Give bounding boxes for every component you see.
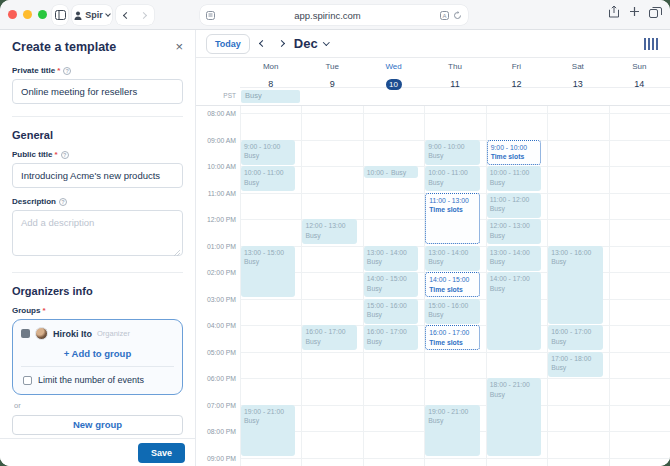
calendar-event-busy[interactable]: 13:00 - 16:00Busy xyxy=(548,246,602,324)
help-icon[interactable]: ? xyxy=(61,151,69,159)
event-label: Busy xyxy=(244,416,292,426)
calendar-event-busy[interactable]: 18:00 - 21:00Busy xyxy=(487,378,541,456)
calendar-event-busy[interactable]: 15:00 - 16:00Busy xyxy=(364,299,418,324)
tab-overview-icon[interactable] xyxy=(649,6,662,18)
general-heading: General xyxy=(12,129,183,141)
new-tab-icon[interactable] xyxy=(629,6,640,17)
event-time: 16:00 - 17:00 xyxy=(367,328,407,335)
event-time: 14:00 - 15:00 xyxy=(429,276,469,283)
divider xyxy=(12,116,183,117)
calendar-event-busy[interactable]: 19:00 - 21:00Busy xyxy=(241,405,295,457)
close-window-icon[interactable] xyxy=(8,10,17,19)
calendar-event-busy[interactable]: 12:00 - 13:00Busy xyxy=(302,219,356,244)
user-icon xyxy=(74,11,82,20)
time-label: 05:00 PM xyxy=(196,348,236,355)
time-label: 06:00 PM xyxy=(196,375,236,382)
event-label: Busy xyxy=(367,337,415,347)
url-text[interactable]: app.spirinc.com xyxy=(221,10,434,21)
next-week-icon[interactable] xyxy=(278,40,285,47)
today-button[interactable]: Today xyxy=(206,34,250,54)
calendar-event-timeslots[interactable]: 14:00 - 15:00Time slots xyxy=(425,272,479,297)
share-icon[interactable] xyxy=(608,5,620,18)
allday-event-busy[interactable]: Busy xyxy=(241,90,300,103)
calendar-event-timeslots[interactable]: 9:00 - 10:00Time slots xyxy=(487,140,541,165)
day-header-tue[interactable]: Tue9 xyxy=(301,58,362,87)
profile-button[interactable]: Spir xyxy=(72,5,112,25)
calendar-event-busy[interactable]: 10:00 - 11:00Busy xyxy=(241,166,295,191)
event-label: Time slots xyxy=(429,338,475,348)
time-label: 04:00 PM xyxy=(196,322,236,329)
day-header-sat[interactable]: Sat13 xyxy=(547,58,608,87)
event-label: Busy xyxy=(490,204,538,214)
calendar-event-busy[interactable]: 19:00 - 21:00Busy xyxy=(425,405,479,457)
reload-icon[interactable] xyxy=(453,11,462,20)
day-header-mon[interactable]: Mon8 xyxy=(240,58,301,87)
event-label: Busy xyxy=(490,231,538,241)
calendar-event-busy[interactable]: 13:00 - 14:00Busy xyxy=(487,246,541,271)
event-label: Busy xyxy=(428,151,476,161)
reader-icon[interactable] xyxy=(200,11,221,20)
calendar-event-busy[interactable]: 9:00 - 10:00Busy xyxy=(241,140,295,165)
forward-icon[interactable] xyxy=(140,11,147,18)
event-time: 9:00 - 10:00 xyxy=(491,144,527,151)
limit-events-checkbox[interactable] xyxy=(23,376,32,385)
calendar-event-busy[interactable]: 12:00 - 13:00Busy xyxy=(487,219,541,244)
time-label: 10:00 AM xyxy=(196,163,236,170)
calendar-event-busy[interactable]: 14:00 - 17:00Busy xyxy=(487,272,541,350)
back-icon[interactable] xyxy=(123,11,130,18)
prev-week-icon[interactable] xyxy=(259,40,266,47)
sidebar-toggle-button[interactable] xyxy=(52,5,68,25)
calendar-grid[interactable]: 08:00 AM09:00 AM10:00 AM11:00 AM12:00 PM… xyxy=(196,106,670,466)
hour-gridline xyxy=(240,113,670,114)
day-header-wed[interactable]: Wed10 xyxy=(363,58,424,87)
calendar-event-busy[interactable]: 16:00 - 17:00Busy xyxy=(302,325,356,350)
calendar-event-busy[interactable]: 14:00 - 15:00Busy xyxy=(364,272,418,297)
minimize-window-icon[interactable] xyxy=(23,10,32,19)
day-header-sun[interactable]: Sun14 xyxy=(609,58,670,87)
zoom-window-icon[interactable] xyxy=(38,10,47,19)
week-view-icon[interactable] xyxy=(644,38,659,50)
calendar-event-busy[interactable]: 13:00 - 15:00Busy xyxy=(241,246,295,298)
public-title-input[interactable] xyxy=(12,163,183,188)
calendar-event-busy[interactable]: 17:00 - 18:00Busy xyxy=(548,352,602,377)
limit-events-row[interactable]: Limit the number of events xyxy=(21,367,174,394)
group-member-row[interactable]: Hiroki Ito Organizer xyxy=(21,327,174,340)
calendar-event-busy[interactable]: 13:00 - 14:00Busy xyxy=(425,246,479,271)
save-button[interactable]: Save xyxy=(138,443,185,463)
calendar-event-timeslots[interactable]: 11:00 - 13:00Time slots xyxy=(425,193,479,245)
day-header-fri[interactable]: Fri12 xyxy=(486,58,547,87)
event-label: Busy xyxy=(551,363,599,373)
description-textarea[interactable] xyxy=(12,210,183,256)
panel-title: Create a template xyxy=(12,40,116,54)
day-name: Sun xyxy=(609,61,670,73)
calendar-event-busy[interactable]: 15:00 - 16:00Busy xyxy=(425,299,479,324)
time-label: 01:00 PM xyxy=(196,242,236,249)
private-title-input[interactable] xyxy=(12,79,183,104)
month-selector[interactable]: Dec xyxy=(294,36,328,51)
drag-handle-icon[interactable] xyxy=(21,329,30,338)
calendar-event-busy[interactable]: 10:00 -Busy xyxy=(364,166,418,178)
calendar-event-busy[interactable]: 10:00 - 11:00Busy xyxy=(487,166,541,191)
calendar-event-busy[interactable]: 13:00 - 14:00Busy xyxy=(364,246,418,271)
day-gridline xyxy=(301,106,302,466)
private-title-label: Private title* ? xyxy=(12,66,183,75)
calendar-event-busy[interactable]: 10:00 - 11:00Busy xyxy=(425,166,479,191)
address-bar[interactable]: app.spirinc.com A xyxy=(200,5,468,25)
new-group-button[interactable]: New group xyxy=(12,415,183,435)
calendar-event-busy[interactable]: 16:00 - 17:00Busy xyxy=(364,325,418,350)
chevron-down-icon xyxy=(323,39,329,45)
public-title-label: Public title* ? xyxy=(12,150,183,159)
close-icon[interactable]: × xyxy=(175,42,183,52)
day-header-thu[interactable]: Thu11 xyxy=(424,58,485,87)
calendar-event-busy[interactable]: 9:00 - 10:00Busy xyxy=(425,140,479,165)
resize-handle-icon[interactable] xyxy=(174,250,180,256)
calendar-event-timeslots[interactable]: 16:00 - 17:00Time slots xyxy=(425,325,479,350)
calendar-event-busy[interactable]: 11:00 - 12:00Busy xyxy=(487,193,541,218)
translate-icon[interactable]: A xyxy=(440,11,449,20)
help-icon[interactable]: ? xyxy=(59,198,67,206)
add-to-group-button[interactable]: + Add to group xyxy=(21,340,174,367)
help-icon[interactable]: ? xyxy=(63,67,71,75)
window-controls[interactable] xyxy=(8,10,47,19)
calendar-event-busy[interactable]: 16:00 - 17:00Busy xyxy=(548,325,602,350)
event-time: 14:00 - 15:00 xyxy=(367,275,407,282)
